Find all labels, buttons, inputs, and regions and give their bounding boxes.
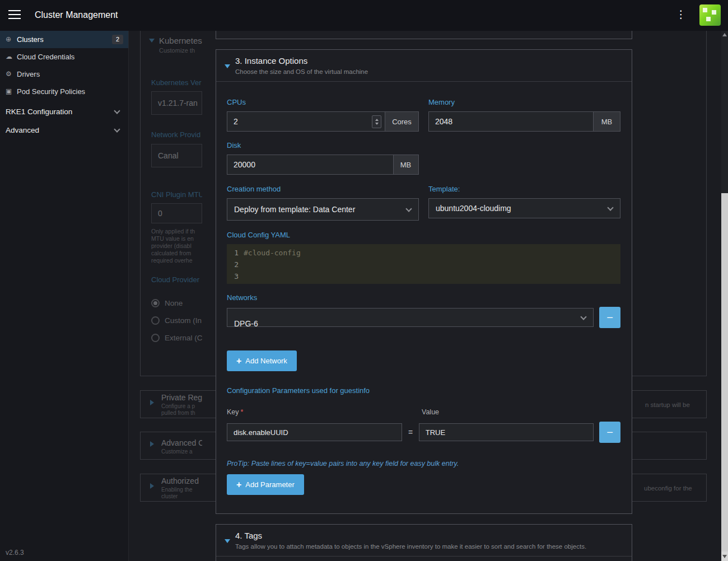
guestinfo-params-title: Configuration Parameters used for guesti… — [227, 386, 620, 395]
memory-input[interactable] — [429, 112, 593, 131]
sidebar-item-pod-security-policies[interactable]: ▣ Pod Security Policies — [0, 83, 128, 100]
instance-options-header: 3. Instance Options Choose the size and … — [216, 50, 632, 82]
disk-input[interactable] — [227, 155, 393, 174]
cpus-input-group: Cores — [227, 111, 419, 132]
sidebar-item-drivers[interactable]: ⚙ Drivers — [0, 66, 128, 83]
section-collapse-caret-icon[interactable] — [149, 39, 155, 43]
code-line: #cloud-config — [244, 247, 301, 259]
radio-none[interactable] — [151, 299, 160, 307]
scroll-down-arrow-icon[interactable] — [721, 551, 728, 561]
version-label: v2.6.3 — [6, 549, 24, 557]
memory-input-group: MB — [428, 111, 620, 132]
param-value-input[interactable] — [419, 423, 594, 441]
clusters-icon: ⊕ — [6, 31, 15, 48]
chevron-down-icon — [607, 204, 613, 211]
template-label: Template: — [428, 185, 620, 193]
chevron-down-icon — [405, 205, 412, 212]
scroll-up-arrow-icon[interactable] — [722, 33, 727, 36]
radio-custom-label: Custom (In — [165, 316, 202, 325]
cni-plugin-mtu-label: CNI Plugin MTU — [151, 190, 202, 199]
radio-custom[interactable] — [151, 316, 160, 325]
instance-options-subtitle: Choose the size and OS of the virtual ma… — [235, 68, 368, 75]
add-network-button[interactable]: + Add Network — [227, 350, 297, 371]
mtu-help-text: Only applied if th MTU value is en provi… — [151, 228, 202, 264]
equals-sign: = — [402, 428, 419, 437]
chevron-down-icon — [114, 107, 120, 114]
sidebar-group-rke1-configuration[interactable]: RKE1 Configuration — [0, 102, 128, 121]
bg-section-subtitle: Customize th — [159, 47, 202, 54]
radio-external-label: External (C — [165, 334, 202, 342]
protip-text: ProTip: Paste lines of key=value pairs i… — [227, 460, 620, 468]
right-text-fragment-2: ubeconfig for the — [644, 485, 692, 492]
value-label: Value — [422, 408, 599, 416]
cpus-unit-addon: Cores — [385, 112, 418, 131]
key-label: Key — [227, 408, 239, 416]
disk-input-group: MB — [227, 155, 419, 175]
line-number: 2 — [227, 259, 244, 270]
cloud-config-yaml-editor[interactable]: 1 #cloud-config 2 3 — [227, 244, 620, 284]
required-asterisk: * — [241, 408, 244, 416]
radio-none-label: None — [165, 299, 202, 307]
cpus-input[interactable] — [227, 112, 372, 131]
radio-external[interactable] — [151, 334, 160, 342]
remove-parameter-button[interactable]: − — [599, 422, 620, 443]
authorized-endpoint-title: Authorized — [161, 476, 202, 485]
memory-label: Memory — [428, 99, 620, 106]
remove-network-button[interactable]: − — [599, 307, 620, 328]
private-registries-sub2: pulled from th — [161, 410, 202, 417]
authorized-endpoint-sub1: Enabling the — [161, 487, 202, 493]
line-number: 1 — [227, 247, 244, 259]
creation-method-label: Creation method — [227, 185, 419, 193]
advanced-options-sub: Customize a — [161, 448, 202, 455]
top-app-bar: Cluster Management ⋮ — [0, 0, 728, 31]
network-select[interactable]: DPG-6 — [227, 308, 594, 327]
template-select[interactable]: ubuntu2004-cloudimg — [428, 198, 620, 218]
tags-panel: 4. Tags Tags allow you to attach metadat… — [216, 524, 632, 561]
pod-security-policies-icon: ▣ — [6, 83, 15, 100]
add-parameter-button[interactable]: + Add Parameter — [227, 474, 304, 495]
clusters-count-badge: 2 — [112, 35, 123, 44]
sidebar-item-clusters[interactable]: ⊕ Clusters 2 — [0, 31, 128, 48]
vertical-scrollbar — [721, 31, 728, 561]
tags-header: 4. Tags Tags allow you to attach metadat… — [216, 525, 632, 557]
private-registries-sub1: Configure a p — [161, 403, 202, 410]
disk-label: Disk — [227, 142, 419, 149]
memory-unit-addon: MB — [593, 112, 620, 131]
collapse-caret-icon[interactable] — [225, 64, 230, 68]
disk-unit-addon: MB — [393, 155, 418, 174]
cloud-provider-label: Cloud Provider — [151, 275, 202, 284]
authorized-endpoint-sub2: cluster — [161, 493, 202, 500]
menu-icon[interactable] — [8, 10, 22, 20]
app-title: Cluster Management — [35, 10, 118, 20]
creation-method-select[interactable]: Deploy from template: Data Center — [227, 198, 419, 221]
user-avatar-logo[interactable] — [699, 4, 721, 26]
cloud-config-yaml-label: Cloud Config YAML — [227, 231, 620, 239]
sidebar-item-cloud-credentials[interactable]: ☁ Cloud Credentials — [0, 48, 128, 66]
number-stepper-icon[interactable] — [372, 115, 381, 128]
kubernetes-version-select[interactable]: v1.21.7-ran — [151, 91, 202, 115]
cni-plugin-mtu-input[interactable]: 0 — [151, 203, 202, 223]
param-key-input[interactable] — [227, 423, 402, 441]
sidebar: ⊕ Clusters 2 ☁ Cloud Credentials ⚙ Drive… — [0, 31, 129, 561]
scrollbar-thumb[interactable] — [721, 193, 728, 551]
kebab-menu-icon[interactable]: ⋮ — [675, 8, 687, 22]
sidebar-group-advanced[interactable]: Advanced — [0, 121, 128, 139]
plus-icon: + — [236, 480, 241, 489]
private-registries-title: Private Reg — [161, 393, 202, 402]
cloud-credentials-icon: ☁ — [6, 48, 15, 66]
chevron-down-icon — [114, 126, 120, 132]
tags-title: 4. Tags — [235, 531, 262, 540]
plus-icon: + — [236, 357, 241, 366]
right-text-fragment-1: n startup will be — [645, 401, 690, 408]
chevron-down-icon — [580, 314, 586, 320]
networks-label: Networks — [227, 294, 620, 302]
drivers-icon: ⚙ — [6, 66, 15, 83]
network-provider-select[interactable]: Canal — [151, 144, 202, 167]
expand-caret-icon[interactable] — [150, 441, 154, 447]
expand-caret-icon[interactable] — [150, 483, 154, 489]
network-provider-label: Network Provid — [151, 130, 202, 139]
cpus-label: CPUs — [227, 99, 419, 106]
expand-caret-icon[interactable] — [150, 400, 154, 405]
collapse-caret-icon[interactable] — [225, 539, 230, 543]
instance-options-panel: 3. Instance Options Choose the size and … — [216, 49, 632, 514]
